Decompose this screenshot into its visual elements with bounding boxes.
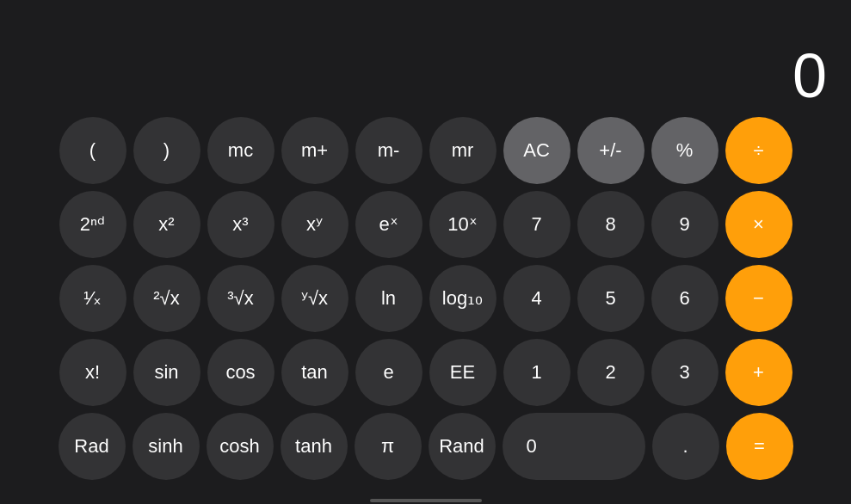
btn-cube-root[interactable]: ³√x — [207, 265, 274, 332]
btn-six[interactable]: 6 — [651, 265, 718, 332]
btn-four[interactable]: 4 — [503, 265, 570, 332]
btn-divide[interactable]: ÷ — [725, 117, 792, 184]
btn-subtract[interactable]: − — [725, 265, 792, 332]
display-value: 0 — [792, 45, 827, 107]
btn-x-squared[interactable]: x² — [133, 191, 200, 258]
row-0: ()mcm+m-mrAC+/-%÷ — [9, 117, 842, 184]
btn-zero[interactable]: 0 — [503, 413, 645, 480]
btn-tan[interactable]: tan — [281, 339, 348, 406]
btn-pi[interactable]: π — [355, 413, 422, 480]
btn-three[interactable]: 3 — [651, 339, 718, 406]
btn-sin[interactable]: sin — [133, 339, 200, 406]
btn-rad[interactable]: Rad — [59, 413, 126, 480]
btn-tanh[interactable]: tanh — [281, 413, 348, 480]
display: 0 — [0, 0, 851, 114]
btn-sqrt[interactable]: ²√x — [133, 265, 200, 332]
btn-one-over-x[interactable]: ¹⁄ₓ — [59, 265, 126, 332]
row-1: 2ⁿᵈx²x³xʸeˣ10ˣ789× — [9, 191, 842, 258]
btn-m-plus[interactable]: m+ — [281, 117, 348, 184]
btn-decimal[interactable]: . — [652, 413, 719, 480]
btn-open-paren[interactable]: ( — [59, 117, 126, 184]
btn-ten-to-x[interactable]: 10ˣ — [429, 191, 496, 258]
btn-one[interactable]: 1 — [503, 339, 570, 406]
btn-ac[interactable]: AC — [503, 117, 570, 184]
btn-five[interactable]: 5 — [577, 265, 644, 332]
btn-two[interactable]: 2 — [577, 339, 644, 406]
row-4: RadsinhcoshtanhπRand0.= — [9, 413, 842, 480]
btn-mc[interactable]: mc — [207, 117, 274, 184]
btn-e-to-x[interactable]: eˣ — [355, 191, 422, 258]
btn-nine[interactable]: 9 — [651, 191, 718, 258]
row-2: ¹⁄ₓ²√x³√xʸ√xlnlog₁₀456− — [9, 265, 842, 332]
btn-cos[interactable]: cos — [207, 339, 274, 406]
home-indicator-bar — [370, 499, 482, 502]
btn-percent[interactable]: % — [651, 117, 718, 184]
btn-second[interactable]: 2ⁿᵈ — [59, 191, 126, 258]
btn-plus-minus[interactable]: +/- — [577, 117, 644, 184]
btn-y-root[interactable]: ʸ√x — [281, 265, 348, 332]
btn-x-to-y[interactable]: xʸ — [281, 191, 348, 258]
btn-ln[interactable]: ln — [355, 265, 422, 332]
btn-x-cubed[interactable]: x³ — [207, 191, 274, 258]
btn-add[interactable]: + — [725, 339, 792, 406]
btn-eight[interactable]: 8 — [577, 191, 644, 258]
btn-multiply[interactable]: × — [725, 191, 792, 258]
btn-ee[interactable]: EE — [429, 339, 496, 406]
btn-mr[interactable]: mr — [429, 117, 496, 184]
keypad: ()mcm+m-mrAC+/-%÷2ⁿᵈx²x³xʸeˣ10ˣ789×¹⁄ₓ²√… — [0, 114, 851, 497]
home-indicator — [0, 497, 851, 504]
btn-seven[interactable]: 7 — [503, 191, 570, 258]
row-3: x!sincostaneEE123+ — [9, 339, 842, 406]
btn-rand[interactable]: Rand — [429, 413, 496, 480]
btn-close-paren[interactable]: ) — [133, 117, 200, 184]
btn-cosh[interactable]: cosh — [207, 413, 274, 480]
btn-equals[interactable]: = — [726, 413, 793, 480]
btn-m-minus[interactable]: m- — [355, 117, 422, 184]
btn-sinh[interactable]: sinh — [133, 413, 200, 480]
btn-factorial[interactable]: x! — [59, 339, 126, 406]
btn-log10[interactable]: log₁₀ — [429, 265, 496, 332]
btn-e[interactable]: e — [355, 339, 422, 406]
